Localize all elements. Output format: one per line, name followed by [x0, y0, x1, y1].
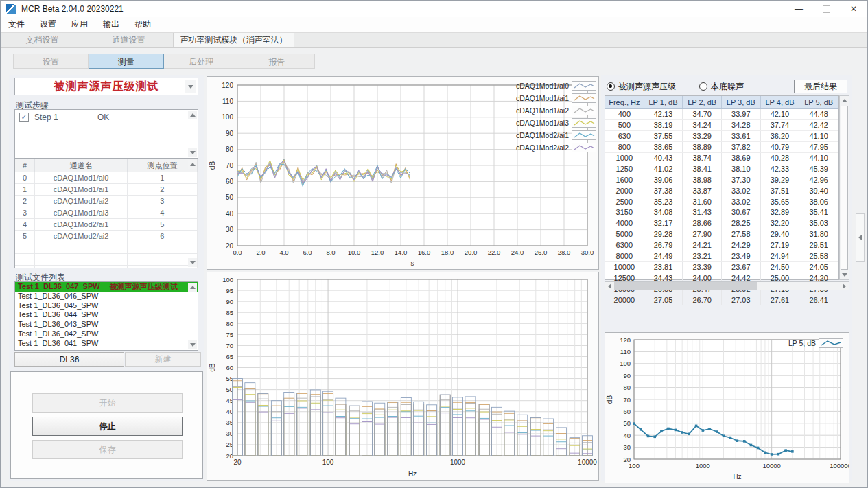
column-header: LP 1, dB — [644, 96, 683, 109]
cell: 24.49 — [644, 251, 683, 262]
cell: 3150 — [605, 207, 644, 218]
svg-text:10.0: 10.0 — [348, 248, 361, 256]
scroll-right-icon[interactable] — [840, 282, 849, 290]
panel-collapse-handle[interactable] — [856, 213, 865, 262]
cell: 24.94 — [760, 251, 799, 262]
tab-声功率测试模块（消声室法）[interactable]: 声功率测试模块（消声室法） — [174, 33, 294, 47]
table-row[interactable]: 160039.0638.9837.3039.2942.96 — [605, 174, 838, 185]
table-row[interactable]: 2cDAQ1Mod1/ai23 — [15, 196, 198, 207]
table-row[interactable]: 5cDAQ1Mod2/ai26 — [15, 231, 198, 242]
scroll-left-icon[interactable] — [605, 282, 614, 290]
list-item[interactable]: Test 1_DL36_041_SPW — [15, 339, 198, 349]
table-row[interactable]: 63037.5533.2933.6136.2041.10 — [605, 130, 838, 141]
save-button[interactable]: 保存 — [32, 440, 183, 459]
table-row[interactable]: 80038.6538.8937.8240.7947.95 — [605, 141, 838, 152]
svg-text:110: 110 — [222, 97, 233, 105]
cell: 35.41 — [799, 207, 838, 218]
table-row[interactable]: 4cDAQ1Mod2/ai15 — [15, 219, 198, 231]
cell: 42.42 — [799, 119, 838, 130]
table-row[interactable]: 100040.4338.7438.6940.2844.10 — [605, 152, 838, 163]
svg-text:50: 50 — [623, 419, 631, 427]
step-list-item[interactable]: ✓Step 1OK — [15, 110, 198, 124]
menu-item-3[interactable]: 输出 — [95, 17, 127, 32]
table-row[interactable]: 630026.7924.2124.2927.1929.51 — [605, 240, 838, 251]
step-list[interactable]: ✓Step 1OK — [14, 109, 198, 159]
tab-测量[interactable]: 测量 — [89, 54, 164, 69]
scroll-up-icon[interactable] — [188, 111, 197, 119]
list-item[interactable]: Test 1_DL36_046_SPW — [15, 292, 198, 301]
scroll-down-icon[interactable] — [840, 271, 849, 279]
cell: 34.70 — [683, 109, 722, 120]
svg-text:10000: 10000 — [578, 458, 597, 466]
final-result-button[interactable]: 最后结果 — [794, 80, 847, 93]
table-row[interactable]: 3cDAQ1Mod1/ai34 — [15, 207, 198, 219]
scroll-up-icon[interactable] — [188, 283, 197, 292]
table-row[interactable]: 400032.1728.6628.2532.2035.03 — [605, 218, 838, 229]
stop-button[interactable]: 停止 — [32, 417, 183, 436]
table-row[interactable]: 2000027.0526.7027.0327.6126.41 — [605, 294, 838, 305]
chevron-down-icon[interactable] — [185, 80, 196, 93]
tab-文档设置[interactable]: 文档设置 — [1, 33, 84, 47]
tab-后处理[interactable]: 后处理 — [164, 54, 239, 69]
radio-button-icon[interactable] — [607, 82, 615, 91]
new-file-button[interactable]: 新建 — [125, 352, 201, 367]
cell: 35.23 — [644, 196, 683, 207]
table-row[interactable]: 200037.3833.8733.0237.5139.40 — [605, 185, 838, 196]
cell: 1000 — [605, 152, 644, 163]
svg-text:24.0: 24.0 — [511, 248, 524, 256]
table-row[interactable]: 500029.2827.9027.5829.4031.80 — [605, 229, 838, 240]
list-item[interactable]: Test 1_DL36_045_SPW — [15, 301, 198, 311]
project-button[interactable]: DL36 — [14, 352, 124, 367]
start-button[interactable]: 开始 — [32, 393, 183, 413]
list-item[interactable]: Test 1_DL36_042_SPW — [15, 329, 198, 339]
test-type-selector[interactable]: 被测声源声压级测试 — [14, 78, 198, 95]
cell: 39.06 — [644, 174, 683, 185]
menu-item-1[interactable]: 设置 — [32, 17, 64, 32]
legend-item: cDAQ1Mod2/ai2 — [516, 141, 596, 154]
radio-option[interactable]: 本底噪声 — [699, 81, 744, 93]
test-file-list[interactable]: Test 1_DL36_047_SPW被测声源声压级测试Test 1_DL36_… — [14, 281, 198, 351]
list-item[interactable]: Test 1_DL36_044_SPW — [15, 310, 198, 320]
maximize-button[interactable] — [812, 1, 840, 17]
scroll-up-icon[interactable] — [188, 160, 197, 169]
table-row[interactable]: 250035.2331.6033.0235.6538.06 — [605, 196, 838, 207]
menu-item-4[interactable]: 帮助 — [127, 17, 159, 32]
table-row[interactable]: 50038.1934.2434.2837.7442.42 — [605, 119, 838, 130]
checkbox-icon[interactable]: ✓ — [19, 113, 29, 122]
table-row[interactable]: 0cDAQ1Mod1/ai01 — [15, 172, 198, 184]
menu-item-2[interactable]: 应用 — [64, 17, 95, 32]
list-item[interactable]: Test 1_DL36_047_SPW被测声源声压级测试 — [15, 282, 198, 292]
scroll-up-icon[interactable] — [840, 97, 849, 104]
column-header: LP 5, dB — [799, 96, 838, 109]
table-row[interactable]: 1cDAQ1Mod1/ai12 — [15, 184, 198, 196]
tab-设置[interactable]: 设置 — [13, 54, 89, 69]
cell: 37.30 — [721, 174, 760, 185]
table-row[interactable]: 800024.4923.2123.4924.9425.58 — [605, 251, 838, 262]
table-row[interactable]: 125041.0238.4138.1042.3345.39 — [605, 163, 838, 174]
scroll-down-icon[interactable] — [188, 148, 197, 157]
menu-item-0[interactable]: 文件 — [1, 17, 32, 32]
svg-text:120: 120 — [620, 336, 631, 344]
radio-option[interactable]: 被测声源声压级 — [607, 81, 676, 93]
scroll-down-icon[interactable] — [188, 258, 197, 267]
lp-table-vertical-scrollbar[interactable] — [839, 95, 849, 280]
minimize-button[interactable]: — — [785, 1, 812, 17]
scroll-down-icon[interactable] — [188, 340, 197, 349]
tab-报告[interactable]: 报告 — [239, 54, 315, 69]
svg-text:22.0: 22.0 — [488, 248, 501, 256]
column-header: LP 4, dB — [760, 96, 799, 109]
scrollbar-thumb[interactable] — [614, 282, 757, 290]
title-bar: MCR Beta 2.04.0 20230221 — ✕ — [1, 1, 867, 17]
table-row[interactable]: 40042.1334.7033.9742.1044.48 — [605, 109, 838, 120]
svg-text:60: 60 — [226, 178, 234, 185]
lp-table-horizontal-scrollbar[interactable] — [605, 281, 849, 290]
close-button[interactable]: ✕ — [840, 1, 867, 17]
table-row[interactable]: 1000023.8123.3923.6724.5024.05 — [605, 262, 838, 272]
table-row[interactable]: 315034.0831.4330.6732.8935.41 — [605, 207, 838, 218]
svg-text:14.0: 14.0 — [395, 248, 408, 256]
scrollbar-thumb[interactable] — [841, 106, 848, 270]
radio-button-icon[interactable] — [699, 82, 707, 91]
list-item[interactable]: Test 1_DL36_043_SPW — [15, 320, 198, 329]
tab-通道设置[interactable]: 通道设置 — [84, 33, 174, 47]
channel-table-box: #通道名测点位置0cDAQ1Mod1/ai011cDAQ1Mod1/ai122c… — [14, 159, 198, 268]
